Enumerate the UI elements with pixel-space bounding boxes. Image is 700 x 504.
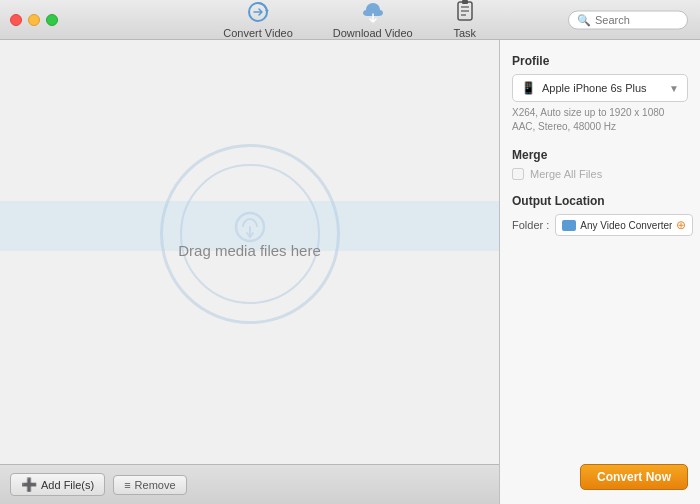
- profile-section-title: Profile: [512, 54, 688, 68]
- drag-drop-text: Drag media files here: [178, 242, 321, 259]
- close-button[interactable]: [10, 14, 22, 26]
- profile-description: X264, Auto size up to 1920 x 1080 AAC, S…: [512, 106, 688, 134]
- folder-dropdown-icon: ⊕: [676, 218, 686, 232]
- svg-rect-5: [462, 0, 468, 4]
- profile-section: Profile 📱 Apple iPhone 6s Plus ▼ X264, A…: [512, 54, 688, 134]
- search-icon: 🔍: [577, 13, 591, 26]
- merge-all-files-row: Merge All Files: [512, 168, 688, 180]
- search-input[interactable]: [595, 14, 679, 26]
- titlebar: Convert Video Download Video: [0, 0, 700, 40]
- convert-video-icon: [246, 0, 270, 24]
- folder-icon: [562, 220, 576, 231]
- left-panel: Drag media files here ➕ Add File(s) ≡ Re…: [0, 40, 500, 504]
- output-location-section: Output Location Folder : Any Video Conve…: [512, 194, 688, 236]
- task-icon: [453, 0, 477, 24]
- remove-icon: ≡: [124, 479, 130, 491]
- merge-all-files-checkbox[interactable]: [512, 168, 524, 180]
- merge-all-files-label: Merge All Files: [530, 168, 602, 180]
- convert-now-button[interactable]: Convert Now: [580, 464, 688, 490]
- add-icon: ➕: [21, 477, 37, 492]
- profile-selector[interactable]: 📱 Apple iPhone 6s Plus ▼: [512, 74, 688, 102]
- merge-section: Merge Merge All Files: [512, 148, 688, 180]
- add-files-label: Add File(s): [41, 479, 94, 491]
- convert-video-label: Convert Video: [223, 27, 293, 39]
- merge-section-title: Merge: [512, 148, 688, 162]
- folder-name: Any Video Converter: [580, 220, 672, 231]
- task-button[interactable]: Task: [453, 0, 477, 39]
- traffic-lights: [10, 14, 58, 26]
- download-video-button[interactable]: Download Video: [333, 0, 413, 39]
- search-box[interactable]: 🔍: [568, 10, 688, 29]
- bottom-bar: ➕ Add File(s) ≡ Remove: [0, 464, 499, 504]
- convert-video-button[interactable]: Convert Video: [223, 0, 293, 39]
- maximize-button[interactable]: [46, 14, 58, 26]
- right-panel: Profile 📱 Apple iPhone 6s Plus ▼ X264, A…: [500, 40, 700, 504]
- drop-area[interactable]: Drag media files here: [0, 40, 499, 464]
- task-label: Task: [453, 27, 476, 39]
- main-layout: Drag media files here ➕ Add File(s) ≡ Re…: [0, 40, 700, 504]
- output-section-title: Output Location: [512, 194, 688, 208]
- convert-now-area: Convert Now: [512, 464, 688, 490]
- toolbar: Convert Video Download Video: [223, 0, 476, 39]
- minimize-button[interactable]: [28, 14, 40, 26]
- spacer: [512, 250, 688, 450]
- folder-selector[interactable]: Any Video Converter ⊕: [555, 214, 693, 236]
- add-files-button[interactable]: ➕ Add File(s): [10, 473, 105, 496]
- folder-row: Folder : Any Video Converter ⊕: [512, 214, 688, 236]
- profile-name: Apple iPhone 6s Plus: [542, 82, 663, 94]
- remove-button[interactable]: ≡ Remove: [113, 475, 186, 495]
- download-video-label: Download Video: [333, 27, 413, 39]
- folder-label: Folder :: [512, 219, 549, 231]
- profile-chevron-icon: ▼: [669, 83, 679, 94]
- remove-label: Remove: [135, 479, 176, 491]
- download-video-icon: [361, 0, 385, 24]
- phone-icon: 📱: [521, 81, 536, 95]
